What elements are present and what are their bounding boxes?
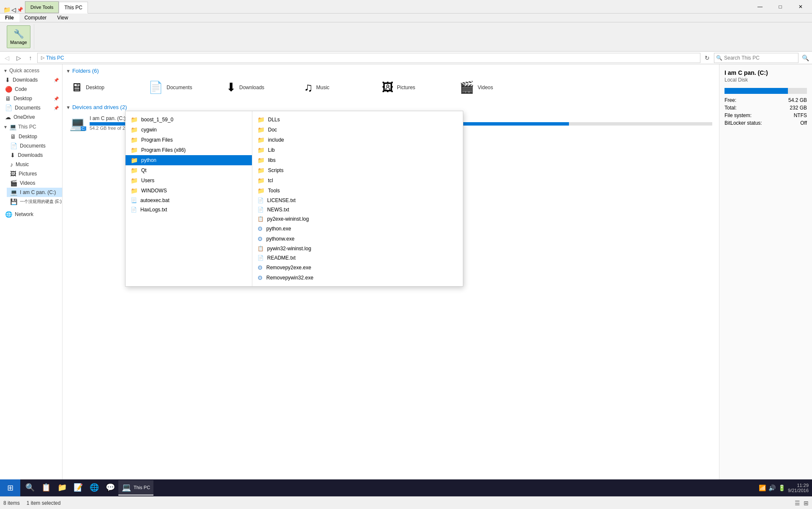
back-quick-btn[interactable]: ◁ <box>11 6 16 13</box>
forward-button[interactable]: ▷ <box>14 53 24 63</box>
sidebar-item-downloads-quick[interactable]: ⬇ Downloads 📌 <box>0 75 62 85</box>
dropdown-item-dlls[interactable]: 📁 DLLs <box>252 115 463 125</box>
dropdown-item-lib[interactable]: 📁 Lib <box>252 145 463 155</box>
dropdown-item-pywin32-log[interactable]: 📋 pywin32-wininst.log <box>252 244 463 253</box>
c-drive-icon: 💻 <box>10 189 17 196</box>
drive-c-label: C: <box>81 126 86 131</box>
info-total-value: 232 GB <box>790 105 807 111</box>
view-list-button[interactable]: ☰ <box>795 500 800 506</box>
dropdown-item-python[interactable]: 📁 python <box>126 155 252 165</box>
folders-section-header[interactable]: ▼ Folders (6) <box>66 68 716 74</box>
taskbar-item-task-view[interactable]: 📋 <box>38 480 54 495</box>
ribbon-tabs: File Computer View <box>0 14 812 22</box>
start-button[interactable]: ⊞ <box>0 479 20 496</box>
tab-drive-tools[interactable]: Drive Tools <box>25 1 59 13</box>
maximize-button[interactable]: □ <box>771 1 790 13</box>
ribbon-tab-computer[interactable]: Computer <box>19 14 52 22</box>
taskbar-item-search[interactable]: 🔍 <box>22 480 38 495</box>
folder-downloads[interactable]: ⬇ Downloads <box>221 77 298 97</box>
taskbar-item-chrome[interactable]: 🌐 <box>86 480 102 495</box>
dropdown-item-doc[interactable]: 📁 Doc <box>252 125 463 135</box>
dropdown-item-removepy2exe[interactable]: ⚙ Removepy2exe.exe <box>252 263 463 273</box>
e-drive-icon: 💾 <box>10 198 17 205</box>
tray-volume-icon[interactable]: 🔊 <box>768 484 776 491</box>
this-pc-header[interactable]: ▼ 💻 This PC <box>0 122 62 132</box>
sidebar-item-documents[interactable]: 📄 Documents <box>7 141 62 151</box>
tray-network-icon[interactable]: 📶 <box>759 484 766 491</box>
drive-c-icon-area: 💻 C: <box>69 115 86 131</box>
dropdown-item-cygwin[interactable]: 📁 cygwin <box>126 125 252 135</box>
sidebar-item-e-drive[interactable]: 💾 一个没屁用的硬盘 (E:) <box>7 197 62 206</box>
dropdown-item-pythonw-exe[interactable]: ⚙ pythonw.exe <box>252 234 463 244</box>
dropdown-item-python-exe[interactable]: ⚙ python.exe <box>252 224 463 234</box>
view-grid-button[interactable]: ⊞ <box>804 500 809 506</box>
up-button[interactable]: ↑ <box>25 53 36 63</box>
sidebar-item-desktop[interactable]: 🖥 Desktop <box>7 132 62 141</box>
dropdown-item-users[interactable]: 📁 Users <box>126 175 252 186</box>
taskbar-item-folder[interactable]: 📁 <box>54 480 70 495</box>
dropdown-item-news[interactable]: 📄 NEWS.txt <box>252 205 463 214</box>
desktop-icon: 🖥 <box>10 133 16 140</box>
search-input[interactable] <box>724 55 796 61</box>
folder-documents[interactable]: 📄 Documents <box>144 77 220 97</box>
dropdown-item-boost[interactable]: 📁 boost_1_59_0 <box>126 115 252 125</box>
taskbar-item-notepad[interactable]: 📝 <box>70 480 86 495</box>
address-path[interactable]: ▷ This PC <box>37 53 700 63</box>
tray-battery-icon[interactable]: 🔋 <box>778 484 785 491</box>
status-bar: 8 items 1 item selected ☰ ⊞ <box>0 496 812 509</box>
sidebar-item-onedrive[interactable]: ☁ OneDrive <box>0 112 62 122</box>
dropdown-item-tcl[interactable]: 📁 tcl <box>252 175 463 186</box>
py2exe-log-icon: 📋 <box>257 216 264 222</box>
taskbar: ⊞ 🔍 📋 📁 📝 🌐 💬 💻 This PC 📶 🔊 🔋 11:29 <box>0 479 812 496</box>
pin-icon[interactable]: 📌 <box>17 7 23 13</box>
taskbar-item-chat[interactable]: 💬 <box>102 480 118 495</box>
minimize-button[interactable]: — <box>750 1 770 13</box>
manage-button[interactable]: 🔧 Manage <box>7 25 30 48</box>
folder-videos[interactable]: 🎬 Videos <box>455 77 531 97</box>
dropdown-item-license[interactable]: 📄 LICENSE.txt <box>252 196 463 205</box>
sidebar-item-pictures[interactable]: 🖼 Pictures <box>7 169 62 178</box>
dropdown-item-py2exe-log[interactable]: 📋 py2exe-wininst.log <box>252 214 463 224</box>
dropdown-item-tools[interactable]: 📁 Tools <box>252 186 463 196</box>
dropdown-item-readme[interactable]: 📄 README.txt <box>252 253 463 263</box>
info-total-label: Total: <box>725 105 737 111</box>
folder-pictures[interactable]: 🖼 Pictures <box>377 77 453 97</box>
dropdown-item-removepywin32[interactable]: ⚙ Removepywin32.exe <box>252 273 463 283</box>
dropdown-item-libs[interactable]: 📁 libs <box>252 155 463 165</box>
folder-desktop[interactable]: 🖥 Desktop <box>66 77 142 97</box>
info-bitlocker-label: BitLocker status: <box>725 120 762 126</box>
sidebar-item-code[interactable]: 🔴 Code <box>0 85 62 94</box>
close-button[interactable]: ✕ <box>791 1 810 13</box>
dropdown-item-include[interactable]: 📁 include <box>252 135 463 145</box>
quick-access-header[interactable]: ▼ Quick access <box>0 66 62 75</box>
taskbar-item-this-pc[interactable]: 💻 This PC <box>118 480 153 495</box>
sidebar-item-videos[interactable]: 🎬 Videos <box>7 178 62 188</box>
sidebar-item-downloads[interactable]: ⬇ Downloads <box>7 151 62 160</box>
devices-section-header[interactable]: ▼ Devices and drives (2) <box>66 104 716 110</box>
dropdown-item-haxlogs[interactable]: 📄 HaxLogs.txt <box>126 205 252 214</box>
sidebar-item-music[interactable]: ♪ Music <box>7 160 62 169</box>
include-icon: 📁 <box>257 137 265 143</box>
path-text: This PC <box>46 55 64 61</box>
dropdown-item-program-files[interactable]: 📁 Program Files <box>126 135 252 145</box>
sidebar-item-desktop-quick[interactable]: 🖥 Desktop 📌 <box>0 94 62 103</box>
folder-music[interactable]: ♫ Music <box>299 77 375 97</box>
sidebar-item-network[interactable]: 🌐 Network <box>0 210 62 219</box>
pictures-icon: 🖼 <box>10 170 16 177</box>
dropdown-item-program-files-x86[interactable]: 📁 Program Files (x86) <box>126 145 252 155</box>
tab-this-pc[interactable]: This PC <box>59 2 88 14</box>
info-row-bitlocker: BitLocker status: Off <box>725 120 807 126</box>
sidebar-item-c-drive[interactable]: 💻 I am C pan. (C:) <box>7 188 62 197</box>
back-button[interactable]: ◁ <box>2 53 12 63</box>
refresh-button[interactable]: ↻ <box>702 53 712 63</box>
dropdown-item-qt[interactable]: 📁 Qt <box>126 165 252 175</box>
sidebar-item-documents-quick[interactable]: 📄 Documents 📌 <box>0 103 62 112</box>
search-button[interactable]: 🔍 <box>800 53 810 63</box>
ribbon-tab-file[interactable]: File <box>0 14 19 22</box>
documents-icon: 📄 <box>10 142 17 149</box>
dropdown-item-scripts[interactable]: 📁 Scripts <box>252 165 463 175</box>
quick-access-icon[interactable]: 📁 <box>3 6 11 13</box>
ribbon-tab-view[interactable]: View <box>52 14 74 22</box>
dropdown-item-autoexec[interactable]: 📃 autoexec.bat <box>126 196 252 205</box>
dropdown-item-windows[interactable]: 📁 WINDOWS <box>126 186 252 196</box>
